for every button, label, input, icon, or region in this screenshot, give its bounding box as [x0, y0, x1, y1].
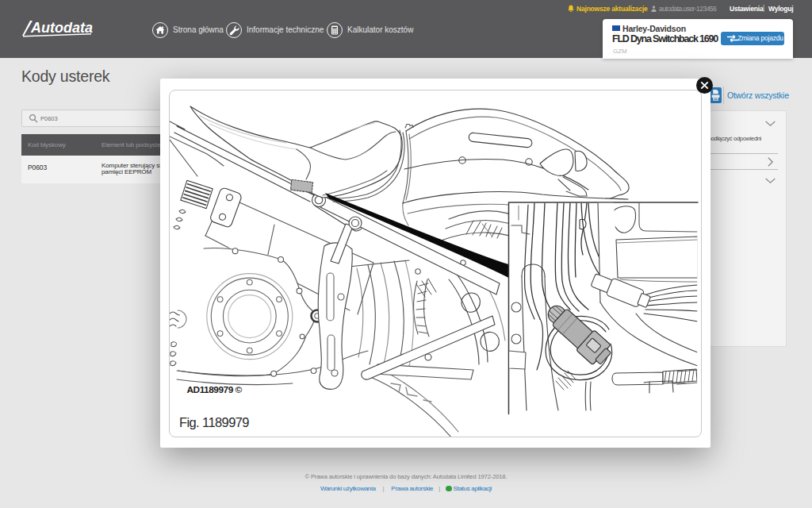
svg-text:Autodata: Autodata — [30, 20, 93, 36]
svg-text:AD1189979 ©: AD1189979 © — [187, 384, 243, 395]
